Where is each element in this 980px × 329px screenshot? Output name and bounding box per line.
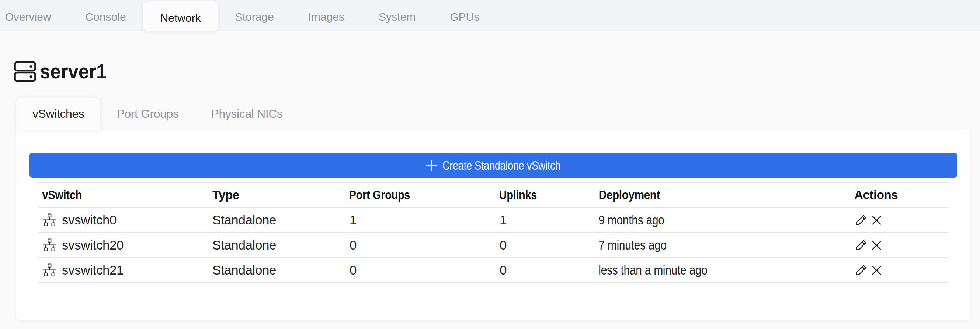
close-icon: [872, 265, 881, 275]
vswitch-name-cell: svswitch0: [38, 213, 208, 228]
column-header-deployment: Deployment: [595, 188, 824, 202]
deployment-cell: less than a minute ago: [595, 263, 814, 277]
tab-images[interactable]: Images: [291, 0, 361, 31]
deployment-cell: 9 months ago: [595, 213, 814, 228]
tab-storage[interactable]: Storage: [218, 0, 291, 31]
table-row: svswitch21 Standalone 0 0 less than a mi…: [38, 258, 948, 283]
tab-system-label: System: [379, 11, 415, 23]
primary-tabs: Overview Console Network Storage Images …: [0, 0, 980, 31]
port-groups-cell: 0: [345, 238, 495, 253]
tab-system[interactable]: System: [362, 0, 433, 31]
page-title: server1: [40, 61, 107, 82]
subtab-vswitches-label: vSwitches: [32, 107, 84, 121]
actions-cell: [850, 264, 948, 276]
pencil-icon: [854, 264, 867, 276]
subtab-physical-nics[interactable]: Physical NICs: [195, 98, 299, 130]
vswitches-panel: Create Standalone vSwitch vSwitch Type P…: [16, 130, 970, 320]
tab-overview-label: Overview: [5, 11, 51, 23]
network-icon: [43, 264, 56, 277]
subtab-physical-nics-label: Physical NICs: [211, 107, 283, 121]
pencil-icon: [854, 215, 867, 226]
vswitch-name-cell: svswitch20: [38, 238, 208, 253]
create-standalone-vswitch-label: Create Standalone vSwitch: [442, 158, 560, 172]
close-icon: [872, 240, 881, 250]
tab-console[interactable]: Console: [68, 0, 143, 31]
pencil-icon: [854, 240, 867, 251]
deployment-cell: 7 minutes ago: [595, 238, 814, 253]
vswitch-table: vSwitch Type Port Groups Uplinks Deploym…: [38, 182, 948, 283]
network-subtabs: vSwitches Port Groups Physical NICs: [16, 98, 980, 130]
table-header-row: vSwitch Type Port Groups Uplinks Deploym…: [38, 182, 948, 208]
port-groups-cell: 1: [345, 213, 495, 228]
uplinks-cell: 0: [495, 263, 595, 277]
top-tab-bar: Overview Console Network Storage Images …: [0, 0, 980, 31]
uplinks-cell: 1: [495, 213, 595, 228]
tab-network-label: Network: [161, 12, 201, 24]
tab-images-label: Images: [308, 11, 344, 23]
tab-network[interactable]: Network: [143, 2, 218, 31]
delete-vswitch-button[interactable]: [872, 215, 881, 225]
uplinks-cell: 0: [495, 238, 595, 253]
page-heading: server1: [14, 61, 980, 82]
plus-icon: [426, 160, 437, 171]
actions-cell: [850, 240, 948, 251]
vswitch-name-cell: svswitch21: [38, 263, 208, 277]
vswitch-name: svswitch20: [62, 238, 124, 253]
tab-overview[interactable]: Overview: [0, 0, 68, 31]
close-icon: [872, 215, 881, 225]
subtab-vswitches[interactable]: vSwitches: [16, 98, 100, 130]
tab-gpus-label: GPUs: [450, 11, 479, 23]
edit-vswitch-button[interactable]: [854, 264, 867, 276]
vswitch-name: svswitch0: [62, 213, 116, 228]
tab-console-label: Console: [86, 11, 126, 23]
subtab-port-groups-label: Port Groups: [116, 107, 178, 121]
tab-gpus[interactable]: GPUs: [433, 0, 496, 31]
port-groups-cell: 0: [345, 263, 495, 277]
column-header-port-groups: Port Groups: [345, 188, 477, 202]
network-icon: [43, 239, 56, 252]
network-icon: [43, 214, 56, 227]
delete-vswitch-button[interactable]: [872, 240, 881, 250]
column-header-actions: Actions: [850, 188, 948, 202]
server-icon: [14, 61, 36, 82]
create-standalone-vswitch-button[interactable]: Create Standalone vSwitch: [30, 153, 957, 178]
tab-storage-label: Storage: [235, 11, 274, 23]
edit-vswitch-button[interactable]: [854, 215, 867, 226]
column-header-uplinks: Uplinks: [495, 188, 583, 202]
table-row: svswitch20 Standalone 0 0 7 minutes ago: [38, 233, 948, 258]
vswitch-name: svswitch21: [62, 263, 124, 277]
delete-vswitch-button[interactable]: [872, 265, 881, 275]
type-cell: Standalone: [208, 213, 345, 228]
subtab-port-groups[interactable]: Port Groups: [100, 98, 195, 130]
type-cell: Standalone: [208, 238, 345, 253]
table-row: svswitch0 Standalone 1 1 9 months ago: [38, 208, 948, 233]
column-header-type: Type: [208, 188, 345, 202]
edit-vswitch-button[interactable]: [854, 240, 867, 251]
type-cell: Standalone: [208, 263, 345, 277]
actions-cell: [850, 215, 948, 226]
column-header-vswitch: vSwitch: [38, 188, 188, 202]
